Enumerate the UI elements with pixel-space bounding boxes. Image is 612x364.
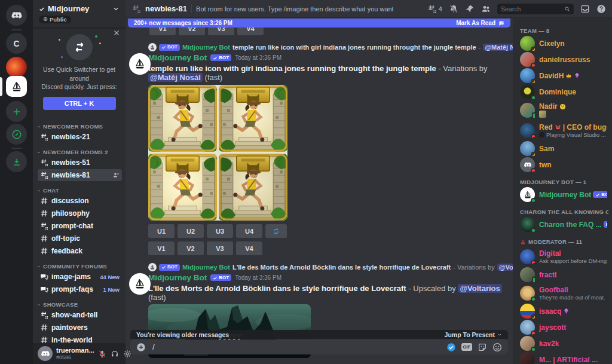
- download-apps-button[interactable]: [6, 151, 27, 172]
- member-row[interactable]: Dominique: [519, 84, 608, 100]
- reply-avatar: [148, 43, 157, 51]
- midjourney-bot-avatar[interactable]: [129, 273, 151, 295]
- ctrl-k-button[interactable]: CTRL + K: [43, 97, 116, 110]
- upscale-u2-button[interactable]: U2: [178, 224, 204, 238]
- category-community-forums[interactable]: COMMUNITY FORUMS: [36, 263, 122, 270]
- search-box[interactable]: [497, 4, 574, 14]
- member-row[interactable]: Midjourney Bot BOT: [519, 186, 608, 203]
- jump-to-present-button[interactable]: Jump To Present: [445, 331, 502, 338]
- user-mention[interactable]: @Voltarios: [458, 284, 501, 293]
- create-invite-icon[interactable]: [112, 172, 120, 179]
- channel-newbies-81[interactable]: newbies-81: [38, 169, 122, 181]
- settings-gear-icon[interactable]: [123, 350, 131, 358]
- guild-header[interactable]: Midjourney Public: [33, 0, 126, 28]
- inbox-icon[interactable]: [580, 4, 590, 14]
- channel-prompt-chat[interactable]: prompt-chat: [38, 220, 122, 232]
- member-row[interactable]: M... | ARTificial ...: [519, 351, 608, 364]
- mark-as-read-button[interactable]: Mark As Read: [456, 20, 495, 26]
- member-row[interactable]: Charon the FAQ ... BOT: [519, 216, 608, 233]
- pinned-messages-icon[interactable]: [465, 4, 475, 14]
- server-c-button[interactable]: C: [6, 33, 27, 54]
- reply-author[interactable]: Midjourney Bot: [182, 264, 230, 271]
- member-row[interactable]: Red| CEO of bugs ... Playing Visual Stud…: [519, 120, 608, 140]
- user-avatar[interactable]: [38, 346, 53, 361]
- reroll-button[interactable]: [265, 224, 287, 238]
- channel-topic[interactable]: Bot room for new users. Type /imagine th…: [196, 5, 393, 13]
- headphones-icon[interactable]: [111, 350, 119, 358]
- close-icon[interactable]: [113, 29, 120, 36]
- variation-v1-button[interactable]: V1: [148, 241, 175, 255]
- member-row[interactable]: Cixelyn: [519, 35, 608, 51]
- message-author[interactable]: Midjourney Bot: [148, 53, 207, 62]
- image-variant-4[interactable]: [219, 154, 287, 221]
- category-showcase[interactable]: SHOWCASE: [36, 301, 122, 308]
- member-row[interactable]: Sam: [519, 140, 608, 157]
- slash-commands-icon[interactable]: [446, 342, 456, 352]
- gif-picker-icon[interactable]: GIF: [461, 343, 473, 351]
- image-variant-2[interactable]: [219, 85, 287, 152]
- discord-home-button[interactable]: [6, 5, 27, 26]
- upscale-u1-button[interactable]: U1: [148, 224, 175, 238]
- server-midjourney-button[interactable]: [6, 76, 27, 97]
- channel-discussion[interactable]: discussion: [38, 195, 122, 207]
- member-row[interactable]: jayscott: [519, 319, 608, 335]
- channel-paintovers[interactable]: paintovers: [38, 322, 122, 334]
- member-row[interactable]: fractl: [519, 267, 608, 283]
- status-online-icon: [531, 347, 536, 352]
- reply-context[interactable]: BOT Midjourney Bot temple run like icon …: [148, 42, 513, 52]
- message-composer[interactable]: / GIF: [130, 339, 508, 354]
- member-row[interactable]: kav2k: [519, 335, 608, 351]
- upscale-u4-button[interactable]: U4: [236, 224, 262, 238]
- channel-newbies-51[interactable]: newbies-51: [38, 157, 122, 169]
- add-server-button[interactable]: [6, 101, 27, 122]
- new-messages-banner[interactable]: 200+ new messages since 3:26 PM Mark As …: [128, 19, 510, 27]
- image-variant-1[interactable]: [148, 85, 217, 152]
- channel-philosophy[interactable]: philosophy: [38, 207, 122, 219]
- category-newcomer-rooms-2[interactable]: NEWCOMER ROOMS 2: [36, 149, 122, 155]
- user-mention[interactable]: @Voltarios: [497, 264, 513, 271]
- member-row[interactable]: isaacq: [519, 303, 608, 319]
- message-author[interactable]: Midjourney Bot: [148, 273, 207, 282]
- chevron-down-icon[interactable]: [112, 5, 120, 13]
- user-info[interactable]: trueroman... #0586: [56, 347, 94, 360]
- member-row[interactable]: Goofball They're made out of meat.: [519, 283, 608, 303]
- threads-button[interactable]: 4: [427, 4, 442, 14]
- user-mention[interactable]: @Matěj Nosál: [148, 73, 203, 82]
- verified-check-icon: [39, 6, 45, 12]
- member-row[interactable]: Digital Ask support before DM-ing!: [519, 246, 608, 267]
- channel-show-and-tell[interactable]: show-and-tell: [38, 309, 122, 321]
- server-image-button[interactable]: [6, 57, 27, 78]
- channel-off-topic[interactable]: off-topic: [38, 233, 122, 244]
- user-mention[interactable]: @Matěj Nosál: [483, 44, 513, 51]
- emoji-picker-icon[interactable]: [492, 342, 502, 352]
- member-row[interactable]: twn: [519, 157, 608, 173]
- member-list-icon[interactable]: [481, 4, 491, 14]
- midjourney-bot-avatar[interactable]: [129, 53, 151, 75]
- notifications-muted-icon[interactable]: [449, 4, 458, 14]
- channel-feedback[interactable]: feedback: [38, 245, 122, 257]
- channel-prompt-faqs[interactable]: prompt-faqs1 New: [38, 283, 122, 295]
- member-row[interactable]: danielrussruss: [519, 51, 608, 68]
- generated-image-grid[interactable]: [148, 85, 287, 221]
- help-icon[interactable]: [596, 4, 606, 14]
- upscale-u3-button[interactable]: U3: [207, 224, 233, 238]
- category-chat[interactable]: CHAT: [36, 187, 122, 194]
- mic-muted-icon[interactable]: [98, 350, 106, 358]
- composer-input[interactable]: /: [152, 342, 155, 351]
- explore-servers-button[interactable]: [6, 124, 27, 145]
- category-newcomer-rooms[interactable]: NEWCOMER ROOMS: [36, 123, 122, 130]
- attach-plus-icon[interactable]: [136, 342, 146, 352]
- search-input[interactable]: [501, 5, 562, 13]
- variation-v4-button[interactable]: V4: [236, 241, 262, 255]
- sticker-picker-icon[interactable]: [478, 342, 487, 352]
- member-row[interactable]: Nadir: [519, 100, 608, 120]
- variation-v3-button[interactable]: V3: [207, 241, 233, 255]
- channel-newbies-21[interactable]: newbies-21: [38, 131, 122, 143]
- reply-author[interactable]: Midjourney Bot: [182, 44, 230, 51]
- variation-v2-button[interactable]: V2: [178, 241, 204, 255]
- member-row[interactable]: DavidH: [519, 68, 608, 84]
- image-variant-3[interactable]: [148, 154, 217, 221]
- channel-in-the-world[interactable]: in-the-world: [38, 334, 122, 343]
- channel-image-jams[interactable]: image-jams44 New: [38, 271, 122, 283]
- reply-context[interactable]: BOT Midjourney Bot L'Ile des Morts de Ar…: [148, 262, 513, 272]
